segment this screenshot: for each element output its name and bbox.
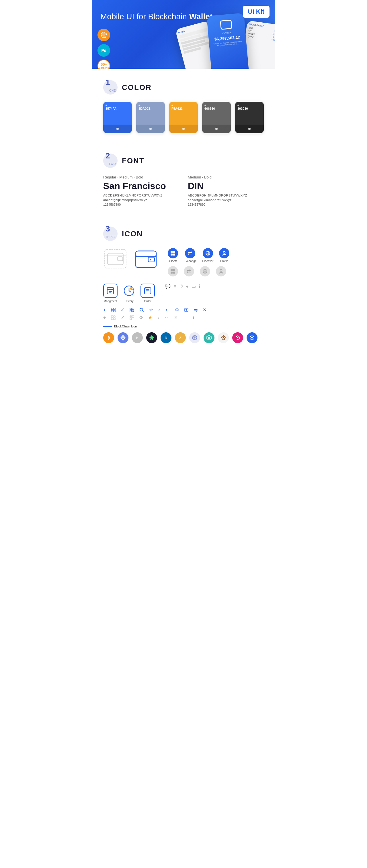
svg-rect-53 xyxy=(133,311,133,311)
font-sf-nums: 1234567890 xyxy=(103,203,179,206)
font-sf-upper: ABCDEFGHIJKLMNOPQRSTUVWXYZ xyxy=(103,194,179,197)
icon-num-big: 3 xyxy=(106,224,110,234)
font-section-number: 2 TWO xyxy=(103,154,117,168)
color-swatch-orange: # F5A623 xyxy=(169,102,198,133)
svg-rect-44 xyxy=(114,308,115,310)
font-section-header: 2 TWO FONT xyxy=(103,154,264,168)
svg-rect-8 xyxy=(136,251,156,257)
font-din-nums: 1234567890 xyxy=(188,203,264,206)
info-icon-gray: ℹ xyxy=(193,315,194,320)
font-sf-meta: Regular · Medium · Bold xyxy=(103,175,179,179)
ark-icon xyxy=(218,332,229,343)
star-filled-icon: ★ xyxy=(148,315,152,320)
font-section-title: FONT xyxy=(122,156,144,165)
phone-middle: myWallet $6,297,502.12 Character may be … xyxy=(207,13,250,69)
zcash-icon: Z xyxy=(175,332,186,343)
management-icon-item: Mangment xyxy=(103,284,117,303)
utility-icons-row-1: + ✓ xyxy=(103,307,264,313)
font-din-meta: Medium · Bold xyxy=(188,175,264,179)
exchange-label: Exchange xyxy=(184,259,196,263)
profile-icon-gray xyxy=(216,266,226,276)
arrows-icon-gray: ↔ xyxy=(164,315,169,320)
blockchain-label: BlockChain Icon xyxy=(103,324,264,328)
svg-rect-12 xyxy=(171,251,173,253)
svg-rect-68 xyxy=(133,316,133,317)
discover-icon-gray xyxy=(200,266,210,276)
color-swatch-blue: # 3574FA xyxy=(103,102,132,133)
crypto-icons-row: ₿ Ł D Z xyxy=(103,332,264,343)
steem-icon xyxy=(204,332,215,343)
nav-icon-assets-gray xyxy=(168,266,178,276)
svg-rect-62 xyxy=(111,318,113,320)
dark-coin-icon xyxy=(146,332,157,343)
qr-icon-gray xyxy=(130,315,134,320)
exchange-icon xyxy=(185,248,195,258)
nav-icon-discover-gray xyxy=(200,266,210,276)
swap-icon: ⇆ xyxy=(194,307,198,313)
nav-icon-discover: Discover xyxy=(202,248,213,263)
bottom-icons-group: Mangment History xyxy=(103,284,264,303)
svg-rect-23 xyxy=(173,272,175,274)
chevron-left-icon-gray: ‹ xyxy=(158,315,159,320)
svg-rect-3 xyxy=(108,253,123,265)
wallet-wireframe-color-icon xyxy=(133,248,159,271)
qr-icon xyxy=(130,308,134,312)
ps-badge: Ps xyxy=(97,44,110,57)
svg-rect-43 xyxy=(111,308,113,310)
profile-icon xyxy=(219,248,229,258)
layers-icon: ≡ xyxy=(173,284,176,289)
info-icon: ℹ xyxy=(199,284,200,289)
font-sf-lower: abcdefghijklmnopqrstuvwxyz xyxy=(103,198,179,202)
phones-area: Profile myWallet $6,297,502.12 Character… xyxy=(175,14,275,69)
font-section-content: Regular · Medium · Bold San Francisco AB… xyxy=(103,175,264,206)
color-swatch-grayblue: # 8DA0C8 xyxy=(136,102,165,133)
bitcoin-icon: ₿ xyxy=(103,332,114,343)
matic-icon xyxy=(232,332,243,343)
nav-icon-exchange: Exchange xyxy=(184,248,196,263)
svg-rect-15 xyxy=(173,253,175,255)
icon-top-row: Assets Exchange xyxy=(103,248,264,276)
color-num-small: ONE xyxy=(109,89,116,92)
share-icon xyxy=(165,308,170,312)
grid-add-icon xyxy=(111,308,116,312)
moon-icon: ☽ xyxy=(179,284,183,289)
color-num-big: 1 xyxy=(106,78,110,87)
history-label: History xyxy=(124,300,133,303)
chevron-left-icon: ‹ xyxy=(158,307,160,313)
ethereum-icon xyxy=(117,332,129,343)
svg-rect-55 xyxy=(133,311,134,312)
nav-icons-row-colored: Assets Exchange xyxy=(168,248,229,263)
utility-icons-row-2: + ✓ ⟳ ★ ‹ ↔ ✕ → ℹ xyxy=(103,315,264,320)
close-icon: ✕ xyxy=(203,307,206,313)
svg-rect-63 xyxy=(114,318,115,320)
plus-icon-gray: + xyxy=(103,315,106,320)
svg-rect-22 xyxy=(171,272,173,274)
management-label: Mangment xyxy=(104,300,117,303)
svg-rect-67 xyxy=(131,316,131,317)
svg-rect-61 xyxy=(114,316,115,317)
wireframe-icon-2 xyxy=(133,248,159,271)
icon-num-small: THREE xyxy=(106,236,116,239)
font-sf-name: San Francisco xyxy=(103,181,179,191)
exchange-icon-gray xyxy=(184,266,194,276)
svg-marker-72 xyxy=(149,335,154,340)
nav-icon-assets: Assets xyxy=(168,248,178,263)
order-icon-item: Order xyxy=(140,284,155,303)
color-swatch-gray: # 666666 xyxy=(202,102,231,133)
nav-icons-area: Assets Exchange xyxy=(168,248,229,276)
icon-section-header: 3 THREE ICON xyxy=(103,226,264,241)
plus-icon: + xyxy=(103,307,106,313)
star-icon: ☆ xyxy=(149,307,153,313)
icon-section-title: ICON xyxy=(122,229,143,238)
svg-rect-51 xyxy=(133,309,133,309)
svg-rect-50 xyxy=(131,309,131,309)
assets-icon-gray xyxy=(168,266,178,276)
forward-icon-gray: → xyxy=(183,315,188,320)
font-num-small: TWO xyxy=(109,162,116,165)
svg-rect-60 xyxy=(111,316,113,317)
font-num-big: 2 xyxy=(106,151,110,160)
check-icon: ✓ xyxy=(121,307,124,313)
color-section-header: 1 ONE COLOR xyxy=(103,80,264,95)
assets-icon xyxy=(168,248,178,258)
svg-rect-54 xyxy=(133,311,134,311)
